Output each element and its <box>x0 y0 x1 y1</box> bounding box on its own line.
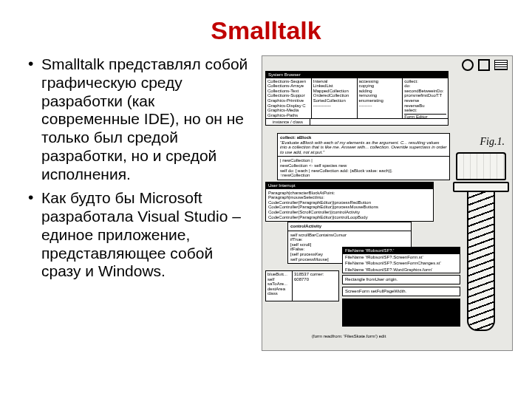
list-item: prorsmefirstDuoT:T <box>404 93 446 98</box>
menu-item: FileName 'fRobsonISF?.ScreenForm.st' <box>343 254 460 261</box>
list-item: Collections-Sequen <box>267 79 310 84</box>
code-line: self scrollBarContainsCursor <box>290 233 409 238</box>
menu-item: FileName 'fRobsonISF?.WordGraphics.form' <box>343 267 460 273</box>
value-line: 318537 corner: <box>294 272 337 277</box>
list-item: copying <box>359 83 401 89</box>
list-item: Graphics-Paths <box>267 113 310 118</box>
washer-icon <box>478 59 490 71</box>
bullet-item: Как будто бы Microsoft разработала Visua… <box>27 189 248 281</box>
figure-label: Fig.1. <box>480 136 505 148</box>
inspector-window: blueButt... self saToAre... destArea cla… <box>265 270 339 301</box>
method-name: collect: aBlock <box>280 135 311 140</box>
stack-line: CodeController(ParagraphEditor)|processR… <box>268 200 431 205</box>
list-item: destArea <box>267 287 290 292</box>
list-item: LinkedList <box>313 83 355 89</box>
window-title: System Browser <box>266 72 448 78</box>
bullet-list: Smalltalk представлял собой графическую … <box>27 55 248 281</box>
stack-line: Paragraph|characterBlockAtPoint: <box>268 191 431 196</box>
code-line: ↑newCollection <box>280 173 447 178</box>
code-window: collect: aBlock "Evaluate aBlock with ea… <box>277 133 450 180</box>
stack-trace: Paragraph|characterBlockAtPoint: Paragra… <box>266 189 433 222</box>
workspace-width: ScreenForm setFullPageWidth. <box>342 287 460 296</box>
value-line: 608770 <box>294 277 337 282</box>
bolt-drawing <box>456 152 506 337</box>
slide-content: Smalltalk представлял собой графическую … <box>0 55 532 366</box>
window-title: User Interrupt <box>266 183 433 189</box>
stack-icon <box>494 60 508 70</box>
list-item: Interval <box>313 79 355 84</box>
list-item: secondBetweeinDo: <box>404 89 446 94</box>
list-item: adding <box>359 89 401 94</box>
list-item: ------------ <box>313 103 355 109</box>
method-name: controlActivity <box>290 224 321 228</box>
stack-line: CodeController(ScrollController)|control… <box>268 210 431 215</box>
code-line: (form readfrom: 'FilesSkate.form') edit <box>310 332 463 341</box>
instance-class-toggle: instance / class <box>266 119 310 126</box>
list-item: MappedCollection <box>313 89 355 94</box>
menu-item-selected: FileName 'fRobsonISF?.' <box>343 248 460 254</box>
file-menu: FileName 'fRobsonISF?.' FileName 'fRobso… <box>342 247 460 273</box>
code-line: | newCollection | <box>280 158 447 163</box>
list-item: self <box>267 277 290 282</box>
browser-col-protocols: accessing copying adding removing enumer… <box>358 78 403 118</box>
stack-line: CodeController(ParagraphEditor)|processM… <box>268 205 431 210</box>
bolt-head-icon <box>456 152 506 180</box>
code-line: ScreenForm setFullPageWidth. <box>343 287 460 296</box>
list-item: OrderedCollection <box>313 93 355 98</box>
list-item: enumerating <box>359 98 401 103</box>
menu-item: FileName 'fRobsonISF?.ScreenFormChanges.… <box>343 260 460 267</box>
bullet-list-container: Smalltalk представлял собой графическую … <box>27 55 248 366</box>
browser-col-classes: Interval LinkedList MappedCollection Ord… <box>312 78 358 118</box>
list-item: saToAre... <box>267 282 290 287</box>
browser-col-categories: Collections-Sequen Collections-Arraye Co… <box>266 78 312 118</box>
browser-col-methods: collect: do: secondBetweeinDo: prorsmefi… <box>403 78 448 118</box>
list-item: reverse <box>404 98 446 103</box>
list-item: Graphics-Primitive <box>267 98 310 103</box>
code-line: Rectangle fromUser origin. <box>343 276 460 284</box>
list-item: Graphics-Display C <box>267 103 310 109</box>
list-item: select: <box>404 108 446 113</box>
nut-icon <box>462 59 474 71</box>
bullet-item: Smalltalk представлял собой графическую … <box>27 55 248 183</box>
method-code: | newCollection | newCollection <- self … <box>278 157 449 179</box>
system-browser-window: System Browser Collections-Sequen Collec… <box>265 71 449 126</box>
footer-expr: (form readfrom: 'FilesSkate.form') edit <box>310 332 463 341</box>
top-icons <box>462 59 508 71</box>
code-line: ifTrue: <box>290 237 409 242</box>
method-comment: "Evaluate aBlock with each of my element… <box>280 140 447 155</box>
smalltalk-screenshot: System Browser Collections-Sequen Collec… <box>262 55 513 351</box>
code-line: self do: [:each | newCollection add: (aB… <box>280 168 447 174</box>
list-item: class <box>267 291 290 296</box>
list-item: accessing <box>359 79 401 84</box>
list-item: SortedCollection <box>313 98 355 103</box>
workspace-rect: Rectangle fromUser origin. <box>342 275 460 284</box>
list-item: Collections-Arraye <box>267 83 310 89</box>
var-name: blueButt... <box>267 272 290 277</box>
slide-title: Smalltalk <box>0 0 532 55</box>
list-item: collect: <box>404 79 446 84</box>
list-item: Graphics-Media <box>267 108 310 113</box>
screenshot-container: System Browser Collections-Sequen Collec… <box>262 55 514 366</box>
list-item: Collections-Text <box>267 89 310 94</box>
stack-line: Paragraph|mouseSelectInto: <box>268 195 431 200</box>
debugger-window: User Interrupt Paragraph|characterBlockA… <box>265 182 434 222</box>
list-item: do: <box>404 83 446 89</box>
stack-line: CodeController(ParagraphEditor)|controlL… <box>268 215 431 220</box>
graphics-output <box>342 299 460 327</box>
list-item: --------- <box>359 103 401 109</box>
code-line: newCollection <- self species new <box>280 163 447 168</box>
list-item: removing <box>359 93 401 98</box>
bolt-shaft-icon <box>467 191 495 331</box>
list-item: Collections-Suppor <box>267 93 310 98</box>
list-item: reverseBu <box>404 103 446 109</box>
